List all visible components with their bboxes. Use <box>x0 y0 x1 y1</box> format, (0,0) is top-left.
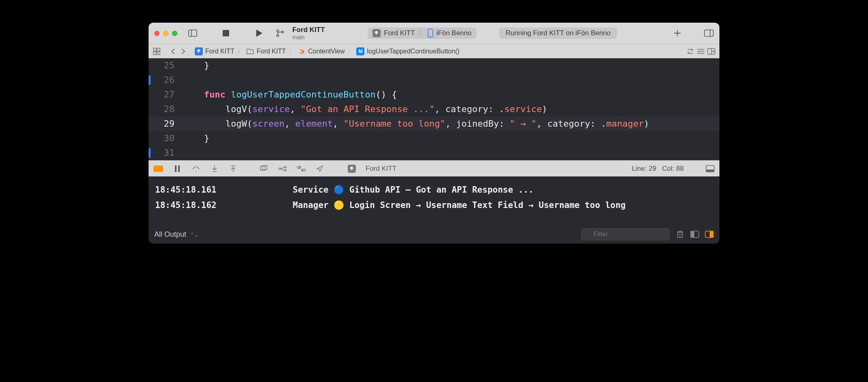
chevron-right-icon: 〉 <box>288 47 295 55</box>
code-line[interactable]: 30 } <box>149 131 719 146</box>
svg-marker-3 <box>256 30 262 37</box>
log-timestamp: 18:45:18.162 <box>155 197 293 213</box>
svg-line-37 <box>281 169 285 170</box>
crumb-project[interactable]: Ford KITT <box>205 48 234 55</box>
svg-point-5 <box>277 35 279 37</box>
code-content[interactable] <box>180 146 719 160</box>
add-editor-icon[interactable] <box>707 47 715 55</box>
activity-status[interactable]: Running Ford KITT on iFön Benno <box>499 28 617 39</box>
svg-point-8 <box>430 36 431 36</box>
code-line[interactable]: 25 } <box>149 58 719 73</box>
variables-view-toggle-icon[interactable] <box>690 230 699 239</box>
svg-rect-14 <box>157 48 160 51</box>
output-scope-label: All Output <box>154 230 186 238</box>
app-icon <box>372 29 381 37</box>
project-name: Ford KITT <box>292 26 325 34</box>
minimap-toggle-icon[interactable] <box>706 164 715 173</box>
chevron-right-icon: 〉 <box>347 47 354 55</box>
scheme-selector[interactable]: Ford KITT 〉 iFön Benno <box>368 28 476 39</box>
log-message: Service 🔵 Github API – Got an API Respon… <box>293 182 713 197</box>
nav-back-button[interactable] <box>169 47 177 55</box>
reload-icon[interactable] <box>686 47 694 55</box>
minimize-window-button[interactable] <box>163 31 168 36</box>
console-footer: All Output ⌃⌄ <box>149 225 719 244</box>
environment-overrides-icon[interactable] <box>297 164 306 173</box>
close-window-button[interactable] <box>154 31 160 36</box>
process-app-icon <box>348 165 356 173</box>
svg-rect-2 <box>223 30 229 36</box>
chevron-right-icon: 〉 <box>418 30 424 37</box>
code-content[interactable]: } <box>180 131 719 146</box>
lines-icon[interactable] <box>697 47 705 55</box>
add-button[interactable] <box>672 28 682 38</box>
branch-icon[interactable] <box>275 28 285 38</box>
line-number[interactable]: 26 <box>149 73 180 87</box>
code-line[interactable]: 29 logW(screen, element, "Username too l… <box>149 117 719 131</box>
step-out-button[interactable] <box>229 164 238 173</box>
crumb-group[interactable]: Ford KITT <box>257 48 286 55</box>
output-scope-selector[interactable]: All Output ⌃⌄ <box>154 230 199 239</box>
console-filter-input[interactable] <box>581 228 670 240</box>
line-number[interactable]: 29 <box>149 117 180 131</box>
source-editor[interactable]: 25 }2627 func logUserTappedContinueButto… <box>149 58 719 160</box>
chevron-right-icon: 〉 <box>237 47 244 55</box>
location-icon[interactable] <box>315 164 324 173</box>
svg-rect-0 <box>189 30 197 36</box>
titlebar: Ford KITT main Ford KITT 〉 iFön Benno Ru… <box>149 23 719 44</box>
code-line[interactable]: 27 func logUserTappedContinueButton() { <box>149 87 719 102</box>
svg-rect-15 <box>153 52 156 55</box>
line-number[interactable]: 30 <box>149 131 180 146</box>
code-content[interactable]: } <box>180 58 719 73</box>
svg-rect-13 <box>153 48 156 51</box>
log-message: Manager 🟡 Login Screen → Username Text F… <box>293 197 713 213</box>
run-button[interactable] <box>254 28 264 38</box>
code-content[interactable]: func logUserTappedContinueButton() { <box>180 87 719 102</box>
line-number[interactable]: 28 <box>149 102 180 117</box>
zoom-window-button[interactable] <box>172 31 177 36</box>
crumb-file[interactable]: ContentView <box>308 48 345 55</box>
console-filter[interactable] <box>581 228 670 240</box>
svg-rect-47 <box>678 232 683 238</box>
branch-name: main <box>292 34 325 40</box>
code-content[interactable] <box>180 73 719 87</box>
view-debug-icon[interactable] <box>260 164 268 173</box>
line-number[interactable]: 25 <box>149 58 180 73</box>
pause-button[interactable] <box>173 164 182 173</box>
xcode-window: Ford KITT main Ford KITT 〉 iFön Benno Ru… <box>149 23 719 244</box>
crumb-symbol[interactable]: logUserTappedContinueButton() <box>367 48 460 55</box>
code-line[interactable]: 28 logV(service, "Got an API Response ..… <box>149 102 719 117</box>
console-log-row[interactable]: 18:45:18.161Service 🔵 Github API – Got a… <box>155 182 713 197</box>
breakpoint-toggle[interactable] <box>153 166 163 172</box>
svg-line-36 <box>281 167 285 169</box>
code-content[interactable]: logV(service, "Got an API Response ...",… <box>180 102 719 117</box>
svg-point-34 <box>285 166 286 168</box>
device-name: iFön Benno <box>436 29 472 37</box>
toggle-navigator-icon[interactable] <box>188 28 198 38</box>
code-line[interactable]: 31 <box>149 146 719 160</box>
svg-point-35 <box>285 170 286 171</box>
line-number[interactable]: 27 <box>149 87 180 102</box>
svg-point-33 <box>279 168 281 170</box>
library-button[interactable] <box>704 28 714 38</box>
step-into-button[interactable] <box>210 164 219 173</box>
line-number[interactable]: 31 <box>149 146 180 160</box>
trash-icon[interactable] <box>676 230 685 239</box>
step-over-button[interactable] <box>191 164 200 173</box>
svg-rect-25 <box>178 166 180 172</box>
code-line[interactable]: 26 <box>149 73 719 87</box>
related-items-icon[interactable] <box>153 47 161 55</box>
activity-text: Running Ford KITT on iFön Benno <box>506 29 611 37</box>
memory-graph-icon[interactable] <box>278 164 287 173</box>
jump-bar: Ford KITT 〉 Ford KITT 〉 ContentView 〉 M … <box>149 44 719 58</box>
console-log-row[interactable]: 18:45:18.162Manager 🟡 Login Screen → Use… <box>155 197 713 213</box>
phone-icon <box>428 29 433 38</box>
stop-button[interactable] <box>221 28 231 38</box>
nav-forward-button[interactable] <box>179 47 187 55</box>
project-badge-icon <box>195 47 203 55</box>
console-view-toggle-icon[interactable] <box>705 230 714 239</box>
process-name[interactable]: Ford KITT <box>366 165 397 173</box>
code-content[interactable]: logW(screen, element, "Username too long… <box>180 117 719 131</box>
debug-console[interactable]: 18:45:18.161Service 🔵 Github API – Got a… <box>149 176 719 225</box>
project-branch-label[interactable]: Ford KITT main <box>292 26 325 40</box>
svg-rect-16 <box>157 52 160 55</box>
